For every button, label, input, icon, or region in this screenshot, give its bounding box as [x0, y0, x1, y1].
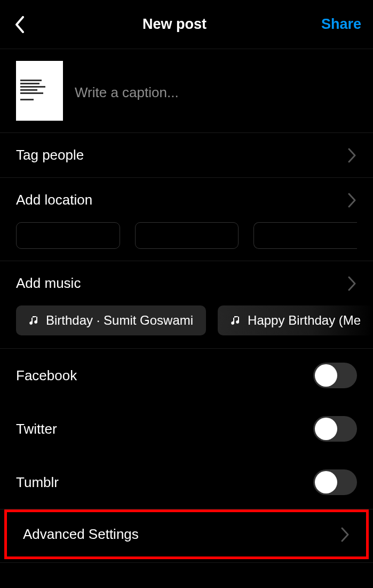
- toggle-knob: [315, 471, 337, 493]
- location-suggestions: [0, 222, 373, 261]
- chevron-right-icon: [340, 527, 350, 542]
- tumblr-label: Tumblr: [16, 474, 59, 491]
- music-suggestions: Birthday · Sumit Goswami Happy Birthday …: [0, 305, 373, 335]
- share-targets: Facebook Twitter Tumblr: [0, 349, 373, 509]
- music-chip-label: Happy Birthday (Me: [248, 313, 361, 328]
- header: New post Share: [0, 0, 373, 49]
- music-note-icon: [29, 315, 39, 326]
- twitter-label: Twitter: [16, 421, 57, 437]
- page-title: New post: [142, 16, 207, 33]
- tag-people-row[interactable]: Tag people: [0, 133, 373, 178]
- music-chip[interactable]: Happy Birthday (Me: [218, 305, 373, 335]
- location-chip[interactable]: [16, 222, 120, 249]
- add-music-row[interactable]: Add music: [0, 261, 373, 305]
- bottom-spacer: [0, 563, 373, 588]
- music-section: Add music Birthday · Sumit Goswami Happy…: [0, 261, 373, 349]
- advanced-settings-label: Advanced Settings: [23, 526, 139, 543]
- add-music-label: Add music: [16, 275, 81, 292]
- share-button[interactable]: Share: [321, 16, 361, 33]
- music-chip-label: Birthday · Sumit Goswami: [46, 313, 193, 328]
- share-facebook-row: Facebook: [0, 349, 373, 402]
- music-note-icon: [231, 315, 241, 326]
- advanced-settings-row[interactable]: Advanced Settings: [4, 509, 369, 559]
- chevron-right-icon: [347, 148, 357, 163]
- add-location-label: Add location: [16, 192, 92, 208]
- caption-section: [0, 49, 373, 133]
- back-chevron-icon: [14, 16, 25, 33]
- location-chip[interactable]: [135, 222, 239, 249]
- caption-input[interactable]: [75, 61, 357, 121]
- facebook-label: Facebook: [16, 367, 77, 384]
- location-chip[interactable]: [253, 222, 357, 249]
- share-twitter-row: Twitter: [0, 402, 373, 456]
- music-chip[interactable]: Birthday · Sumit Goswami: [16, 305, 206, 335]
- back-button[interactable]: [12, 17, 28, 33]
- tag-people-label: Tag people: [16, 147, 84, 163]
- twitter-toggle[interactable]: [313, 416, 357, 442]
- chevron-right-icon: [347, 276, 357, 291]
- add-location-row[interactable]: Add location: [0, 178, 373, 222]
- share-tumblr-row: Tumblr: [0, 456, 373, 509]
- tumblr-toggle[interactable]: [313, 469, 357, 495]
- post-thumbnail[interactable]: [16, 61, 63, 121]
- toggle-knob: [315, 418, 337, 440]
- toggle-knob: [315, 364, 337, 387]
- facebook-toggle[interactable]: [313, 363, 357, 388]
- chevron-right-icon: [347, 193, 357, 208]
